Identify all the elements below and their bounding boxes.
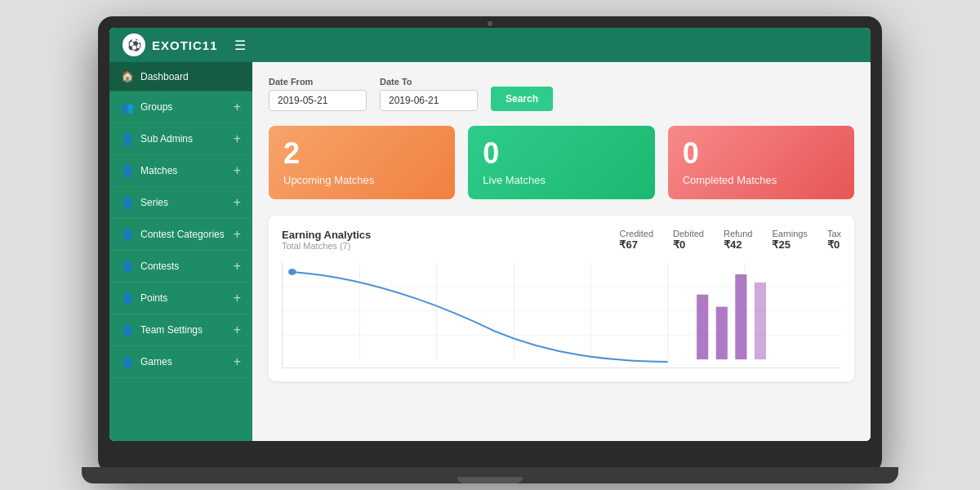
sidebar-item-games[interactable]: 👤 Games + <box>109 346 252 378</box>
dashboard-icon: 🏠 <box>121 70 134 82</box>
games-add-icon[interactable]: + <box>234 354 241 369</box>
sub-admins-icon: 👤 <box>121 133 134 145</box>
search-button[interactable]: Search <box>491 87 553 111</box>
chart-area: 45 40 35 30 30 25 20 <box>282 262 841 368</box>
sidebar-label-games: Games <box>140 356 172 368</box>
live-matches-card: 0 Live Matches <box>468 126 654 199</box>
chart-svg: 45 40 35 30 30 25 20 <box>283 262 841 368</box>
upcoming-matches-label: Upcoming Matches <box>283 174 440 186</box>
matches-add-icon[interactable]: + <box>234 163 241 178</box>
metric-tax: Tax ₹0 <box>827 229 841 251</box>
sidebar-label-sub-admins: Sub Admins <box>140 133 193 145</box>
sidebar-item-contests[interactable]: 👤 Contests + <box>109 251 252 283</box>
sidebar-label-matches: Matches <box>140 165 177 176</box>
refund-value: ₹42 <box>724 238 742 251</box>
laptop-screen: ⚽ EXOTIC11 ☰ 🏠 Dashboard 👥 Groups <box>109 28 871 441</box>
analytics-title: Earning Analytics <box>282 229 371 241</box>
logo-text: EXOTIC11 <box>152 38 218 52</box>
date-to-group: Date To <box>380 77 478 111</box>
metric-credited: Credited ₹67 <box>619 229 653 251</box>
app-header: ⚽ EXOTIC11 ☰ <box>109 28 871 62</box>
credited-label: Credited <box>619 229 653 238</box>
logo-area: ⚽ EXOTIC11 ☰ <box>122 33 246 56</box>
date-to-label: Date To <box>380 77 478 87</box>
date-from-group: Date From <box>269 77 367 111</box>
contests-icon: 👤 <box>121 261 134 273</box>
live-matches-number: 0 <box>483 139 639 168</box>
svg-rect-12 <box>735 274 746 359</box>
team-settings-add-icon[interactable]: + <box>234 323 241 337</box>
sidebar-label-groups: Groups <box>140 101 172 113</box>
analytics-metrics: Credited ₹67 Debited ₹0 Refund ₹42 <box>619 229 841 251</box>
points-icon: 👤 <box>121 292 134 305</box>
contests-add-icon[interactable]: + <box>234 259 241 274</box>
analytics-card: Earning Analytics Total Matches (7) Cred… <box>269 216 854 381</box>
completed-matches-card: 0 Completed Matches <box>668 126 854 199</box>
sidebar-item-contest-categories[interactable]: 👤 Contest Categories + <box>109 219 252 251</box>
logo-icon: ⚽ <box>122 33 145 56</box>
main-content: Date From Date To Search 2 Upcoming Matc… <box>252 62 871 441</box>
sidebar-label-points: Points <box>140 292 167 304</box>
date-to-input[interactable] <box>380 90 478 111</box>
sidebar-item-points[interactable]: 👤 Points + <box>109 283 252 314</box>
upcoming-matches-card: 2 Upcoming Matches <box>269 126 455 199</box>
matches-icon: 👤 <box>121 165 134 177</box>
analytics-subtitle: Total Matches (7) <box>282 241 371 251</box>
contest-categories-add-icon[interactable]: + <box>234 227 241 242</box>
menu-icon[interactable]: ☰ <box>234 38 246 53</box>
groups-add-icon[interactable]: + <box>234 100 241 114</box>
refund-label: Refund <box>724 229 752 238</box>
metric-earnings: Earnings ₹25 <box>772 229 807 251</box>
series-icon: 👤 <box>121 197 134 209</box>
sidebar-item-team-settings[interactable]: 👤 Team Settings + <box>109 314 252 346</box>
app-body: 🏠 Dashboard 👥 Groups + 👤 Sub Admins <box>109 62 871 441</box>
analytics-header: Earning Analytics Total Matches (7) Cred… <box>282 229 841 251</box>
filter-row: Date From Date To Search <box>269 77 854 111</box>
svg-point-9 <box>288 269 296 275</box>
sidebar-item-groups[interactable]: 👥 Groups + <box>109 91 252 123</box>
earnings-label: Earnings <box>772 229 807 238</box>
camera-dot <box>488 21 492 26</box>
sidebar-label-dashboard: Dashboard <box>140 71 189 82</box>
sidebar-item-dashboard[interactable]: 🏠 Dashboard <box>109 62 252 91</box>
sidebar-label-contest-categories: Contest Categories <box>140 229 225 240</box>
metric-refund: Refund ₹42 <box>724 229 752 251</box>
sub-admins-add-icon[interactable]: + <box>234 131 241 146</box>
debited-value: ₹0 <box>673 238 685 251</box>
tax-label: Tax <box>827 229 841 238</box>
laptop-frame: ⚽ EXOTIC11 ☰ 🏠 Dashboard 👥 Groups <box>98 16 882 474</box>
sidebar-item-matches[interactable]: 👤 Matches + <box>109 155 252 187</box>
contest-categories-icon: 👤 <box>121 229 134 241</box>
points-add-icon[interactable]: + <box>234 291 241 305</box>
svg-rect-10 <box>697 295 708 359</box>
sidebar-item-sub-admins[interactable]: 👤 Sub Admins + <box>109 123 252 155</box>
team-settings-icon: 👤 <box>121 324 134 336</box>
completed-matches-label: Completed Matches <box>683 174 840 186</box>
sidebar-label-team-settings: Team Settings <box>140 324 203 336</box>
tax-value: ₹0 <box>827 238 840 251</box>
metric-debited: Debited ₹0 <box>673 229 704 251</box>
live-matches-label: Live Matches <box>483 174 639 186</box>
sidebar-label-series: Series <box>140 197 168 208</box>
date-from-input[interactable] <box>269 90 367 111</box>
sidebar-label-contests: Contests <box>140 261 179 272</box>
groups-icon: 👥 <box>121 101 134 114</box>
earnings-value: ₹25 <box>772 238 790 251</box>
date-from-label: Date From <box>269 77 367 87</box>
credited-value: ₹67 <box>619 238 637 251</box>
series-add-icon[interactable]: + <box>234 195 241 210</box>
sidebar: 🏠 Dashboard 👥 Groups + 👤 Sub Admins <box>109 62 252 441</box>
laptop-base <box>82 467 898 483</box>
completed-matches-number: 0 <box>683 139 840 168</box>
upcoming-matches-number: 2 <box>283 139 440 168</box>
svg-rect-11 <box>716 307 728 359</box>
games-icon: 👤 <box>121 356 134 368</box>
debited-label: Debited <box>673 229 704 238</box>
sidebar-item-series[interactable]: 👤 Series + <box>109 187 252 219</box>
svg-rect-13 <box>755 283 766 359</box>
stats-row: 2 Upcoming Matches 0 Live Matches 0 Comp… <box>269 126 854 199</box>
